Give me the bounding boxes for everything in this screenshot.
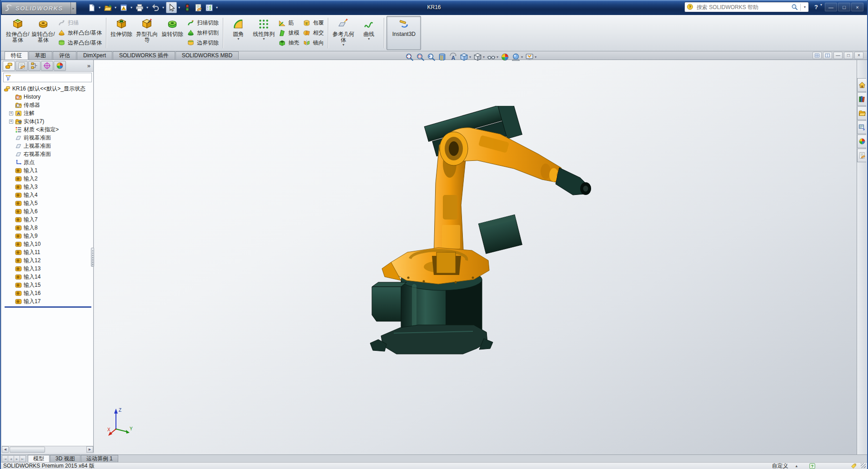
undo-button[interactable] [150, 2, 161, 13]
dimxpertmanager-tab[interactable] [41, 61, 53, 71]
help-button[interactable]: ? [814, 3, 818, 11]
robot-3d-model[interactable] [365, 106, 594, 360]
bottom-tab-motion-study-1[interactable]: 运动算例 1 [81, 455, 118, 462]
tree-item-import-14[interactable]: 输入14 [4, 273, 93, 281]
revolved-cut-button[interactable]: 旋转切除 [160, 16, 185, 50]
swept-boss-base-button[interactable]: 扫描 [56, 18, 104, 28]
search-caret-icon[interactable]: ▾ [803, 5, 807, 9]
tree-item-import-5[interactable]: 输入5 [4, 199, 93, 207]
tree-item-import-7[interactable]: 输入7 [4, 215, 93, 224]
revolved-boss-base-button[interactable]: 旋转凸台/基体 [30, 16, 56, 50]
intersect-button[interactable]: 相交 [301, 28, 326, 38]
dropdown-caret-icon[interactable]: ▾ [342, 43, 344, 47]
minimize-button[interactable]: — [825, 3, 837, 11]
displaymanager-tab[interactable] [54, 61, 66, 71]
boundary-cut-button[interactable]: 边界切除 [185, 38, 221, 48]
rib-button[interactable]: 筋 [276, 18, 301, 28]
design-library-button[interactable] [857, 92, 866, 106]
tree-item-import-10[interactable]: 输入10 [4, 240, 93, 248]
boundary-boss-base-button[interactable]: 边界凸台/基体 [56, 38, 104, 48]
tag-icon[interactable] [851, 463, 857, 469]
quick-tips-icon[interactable]: ? [809, 463, 815, 469]
tree-filter[interactable] [3, 73, 92, 82]
dropdown-caret-icon[interactable]: ▾ [115, 5, 116, 10]
open-document-button[interactable] [102, 2, 113, 13]
scroll-right-icon[interactable]: ▶ [86, 446, 93, 453]
dropdown-caret-icon[interactable]: ▾ [162, 5, 164, 10]
tree-item-solid-bodies[interactable]: +实体(17) [4, 117, 93, 125]
tree-item-import-16[interactable]: 输入16 [4, 289, 93, 297]
tab-solidworks-add-ins[interactable]: SOLIDWORKS 插件 [113, 51, 175, 60]
view-selector-button[interactable]: ▾ [459, 52, 472, 62]
section-view-button[interactable] [437, 52, 447, 62]
file-explorer-button[interactable] [857, 106, 866, 120]
tree-item-import-2[interactable]: 输入2 [4, 175, 93, 183]
search-input[interactable] [696, 4, 789, 11]
featuremanager-tree-tab[interactable] [3, 61, 15, 71]
bottom-tab-3d-views[interactable]: 3D 视图 [50, 455, 80, 462]
dropdown-caret-icon[interactable]: ▾ [483, 55, 485, 59]
tab-nav-last-icon[interactable]: ▶| [20, 455, 26, 462]
dropdown-caret-icon[interactable]: ▾ [216, 5, 218, 10]
tab-sketch[interactable]: 草图 [29, 51, 52, 60]
doc-minimize-button[interactable]: — [833, 52, 843, 59]
resize-grip[interactable] [861, 463, 866, 468]
tree-item-sensors[interactable]: 传感器 [4, 101, 93, 109]
hide-show-items-button[interactable]: ▾ [487, 52, 499, 62]
doc-restore-button[interactable]: □ [844, 52, 853, 59]
graphics-viewport[interactable]: Z X Y [94, 60, 858, 454]
swept-cut-button[interactable]: 扫描切除 [185, 18, 221, 28]
dropdown-caret-icon[interactable]: ▾ [368, 37, 370, 41]
wrap-button[interactable]: G包覆 [301, 18, 326, 28]
customize-button[interactable]: 自定义 [772, 463, 788, 469]
tab-evaluate[interactable]: 评估 [53, 51, 76, 60]
lofted-cut-button[interactable]: 放样切割 [185, 28, 221, 38]
instant3d-button[interactable]: Instant3D [386, 16, 421, 50]
overflow-chevron-icon[interactable]: » [85, 62, 92, 69]
display-style-button[interactable]: ▾ [473, 52, 485, 62]
tree-item-import-11[interactable]: 输入11 [4, 248, 93, 256]
tree-item-import-6[interactable]: 输入6 [4, 207, 93, 215]
dropdown-caret-icon[interactable]: ▾ [820, 3, 822, 11]
dropdown-caret-icon[interactable]: ▾ [237, 37, 239, 41]
linear-pattern-button[interactable]: 线性阵列▾ [251, 16, 276, 50]
dropdown-caret-icon[interactable]: ▾ [146, 5, 148, 10]
tab-nav-prev-icon[interactable]: ◀ [8, 455, 14, 462]
tree-item-front-plane[interactable]: 前视基准面 [4, 134, 93, 142]
custom-properties-button[interactable] [857, 149, 866, 162]
dropdown-caret-icon[interactable]: ▾ [521, 55, 523, 59]
appearances-scenes-button[interactable] [857, 135, 866, 148]
tree-item-import-17[interactable]: 输入17 [4, 297, 93, 305]
propertymanager-tab[interactable] [15, 61, 28, 71]
tree-item-material[interactable]: 材质 <未指定> [4, 125, 93, 134]
tree-item-annotations[interactable]: +A注解 [4, 109, 93, 117]
extruded-cut-button[interactable]: 拉伸切除 [109, 16, 134, 50]
split-view-button[interactable] [813, 52, 822, 59]
dropdown-caret-icon[interactable]: ▾ [497, 55, 498, 59]
dropdown-caret-icon[interactable]: ▾ [535, 55, 537, 59]
expand-plus-icon[interactable]: + [9, 111, 13, 115]
tree-item-import-4[interactable]: 输入4 [4, 191, 93, 199]
customize-caret-icon[interactable]: ▴ [795, 463, 798, 469]
tree-item-right-plane[interactable]: 右视基准面 [4, 150, 93, 158]
tree-item-top-plane[interactable]: 上视基准面 [4, 142, 93, 150]
apply-scene-button[interactable]: ▾ [511, 52, 523, 62]
tree-item-import-9[interactable]: 输入9 [4, 232, 93, 240]
tree-item-import-8[interactable]: 输入8 [4, 224, 93, 232]
tree-item-origin[interactable]: 原点 [4, 158, 93, 166]
zoom-to-area-button[interactable] [416, 52, 425, 62]
edit-appearance-button[interactable] [500, 52, 510, 62]
curves-button[interactable]: 曲线▾ [356, 16, 381, 50]
tree-item-import-13[interactable]: 输入13 [4, 264, 93, 273]
dropdown-caret-icon[interactable]: ▾ [178, 5, 180, 10]
tree-item-import-12[interactable]: 输入12 [4, 256, 93, 264]
extruded-boss-base-button[interactable]: 拉伸凸台/基体 [5, 16, 30, 50]
maximize-button[interactable]: □ [838, 3, 850, 11]
tree-horizontal-scrollbar[interactable]: ◀ ▶ [2, 446, 93, 453]
tab-solidworks-mbd[interactable]: SOLIDWORKS MBD [176, 51, 239, 60]
dropdown-caret-icon[interactable]: ▾ [99, 5, 100, 10]
rollback-bar[interactable] [5, 306, 91, 308]
new-document-button[interactable] [86, 2, 97, 13]
help-search-box[interactable]: ? ▾ [684, 2, 809, 12]
select-button[interactable] [166, 2, 177, 13]
